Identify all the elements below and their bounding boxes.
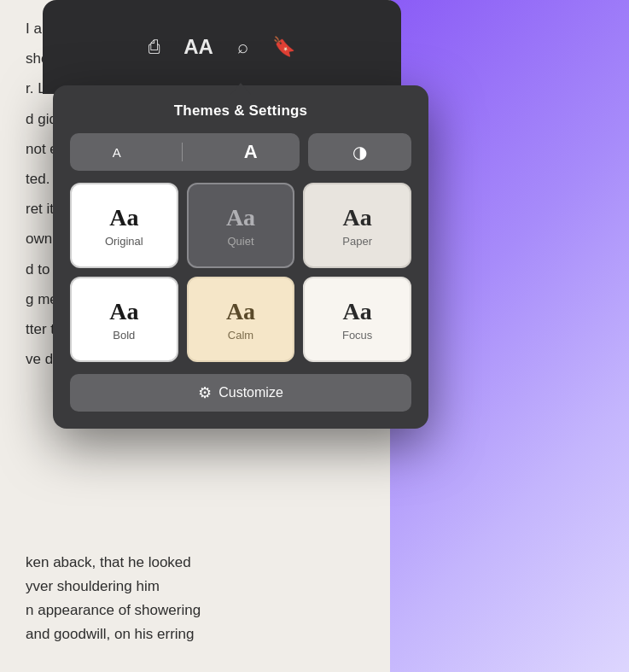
panel-title: Themes & Settings <box>70 102 411 120</box>
theme-bold[interactable]: Aa Bold <box>70 277 178 362</box>
theme-paper-aa: Aa <box>343 204 372 231</box>
theme-original-label: Original <box>105 235 143 248</box>
bookmark-icon[interactable]: 🔖 <box>272 36 295 58</box>
search-icon[interactable]: ⌕ <box>237 36 248 58</box>
theme-quiet-label: Quiet <box>227 235 253 248</box>
customize-icon: ⚙ <box>198 383 212 402</box>
font-size-control[interactable]: A A <box>70 133 300 171</box>
font-size-icon[interactable]: AA <box>183 35 213 59</box>
controls-row: A A ◑ <box>70 133 411 171</box>
theme-focus-aa: Aa <box>343 298 372 325</box>
toolbar: ⎙ AA ⌕ 🔖 <box>43 0 401 94</box>
theme-focus[interactable]: Aa Focus <box>303 277 411 362</box>
theme-calm[interactable]: Aa Calm <box>187 277 295 362</box>
theme-original[interactable]: Aa Original <box>70 183 178 268</box>
theme-bold-label: Bold <box>113 329 135 342</box>
font-large-a[interactable]: A <box>244 141 258 163</box>
theme-paper[interactable]: Aa Paper <box>303 183 411 268</box>
font-small-a[interactable]: A <box>113 145 121 160</box>
themes-settings-panel: Themes & Settings A A ◑ Aa Original Aa Q… <box>53 85 428 429</box>
theme-focus-label: Focus <box>342 329 372 342</box>
customize-button[interactable]: ⚙ Customize <box>70 374 411 412</box>
theme-bold-aa: Aa <box>109 298 138 325</box>
theme-quiet[interactable]: Aa Quiet <box>187 183 295 268</box>
brightness-icon: ◑ <box>352 142 367 162</box>
brightness-control[interactable]: ◑ <box>308 133 411 171</box>
theme-calm-label: Calm <box>228 329 253 342</box>
theme-quiet-aa: Aa <box>226 204 255 231</box>
theme-grid: Aa Original Aa Quiet Aa Paper Aa Bold Aa… <box>70 183 411 362</box>
popup-triangle <box>230 83 251 95</box>
font-divider <box>182 143 183 161</box>
share-icon[interactable]: ⎙ <box>149 36 160 58</box>
theme-calm-aa: Aa <box>226 298 255 325</box>
reader-bottom-text: ken aback, that he looked yver shoulderi… <box>0 534 401 672</box>
theme-paper-label: Paper <box>342 235 372 248</box>
theme-original-aa: Aa <box>109 204 138 231</box>
customize-label: Customize <box>218 385 283 400</box>
